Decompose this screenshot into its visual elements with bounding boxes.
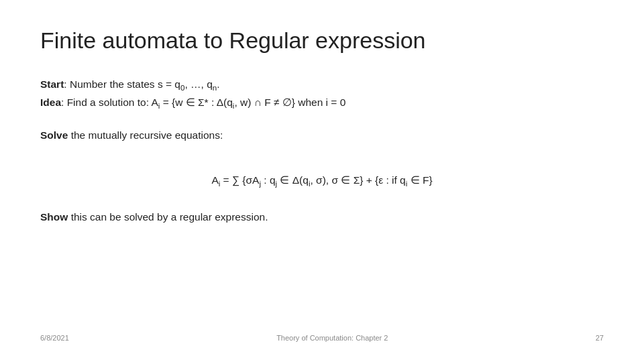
eq-rest: = ∑ {σA [220, 174, 259, 186]
idea-rest: , w) ∩ F ≠ ∅} [234, 97, 295, 108]
footer-page: 27 [596, 334, 604, 342]
footer-title: Theory of Computation: Chapter 2 [276, 334, 388, 342]
content-area: Start: Number the states s = q0, …, qn. … [40, 76, 604, 328]
show-text: this can be solved by a regular expressi… [68, 211, 268, 223]
footer: 6/8/2021 Theory of Computation: Chapter … [40, 328, 604, 342]
show-label: Show [40, 211, 68, 223]
idea-label: Idea [40, 97, 61, 108]
eq-delta: ∈ Δ(q [277, 174, 309, 186]
idea-text: : Find a solution to: A [61, 97, 158, 108]
show-paragraph: Show this can be solved by a regular exp… [40, 208, 604, 226]
solve-text: the mutually recursive equations: [68, 129, 223, 141]
start-label: Start [40, 78, 64, 90]
footer-date: 6/8/2021 [40, 334, 69, 342]
start-comma: , …, q [184, 78, 212, 90]
eq-sigma: , σ), σ ∈ Σ} + {ε : if q [311, 174, 406, 186]
eq-colon: : q [261, 174, 276, 186]
idea-set: = {w ∈ Σ* : Δ(q [160, 97, 232, 108]
solve-label: Solve [40, 129, 68, 141]
start-paragraph: Start: Number the states s = q0, …, qn. … [40, 76, 604, 113]
eq-A: A [211, 174, 218, 186]
start-period: . [217, 78, 219, 90]
slide: Finite automata to Regular expression St… [0, 0, 644, 362]
idea-when: when i = 0 [295, 97, 345, 108]
slide-title: Finite automata to Regular expression [40, 27, 604, 54]
solve-paragraph: Solve the mutually recursive equations: [40, 127, 604, 144]
equation-block: Ai = ∑ {σAj : qj ∈ Δ(qi, σ), σ ∈ Σ} + {ε… [40, 171, 604, 191]
start-text: : Number the states s = q [64, 78, 180, 90]
eq-fin: ∈ F} [407, 174, 432, 186]
